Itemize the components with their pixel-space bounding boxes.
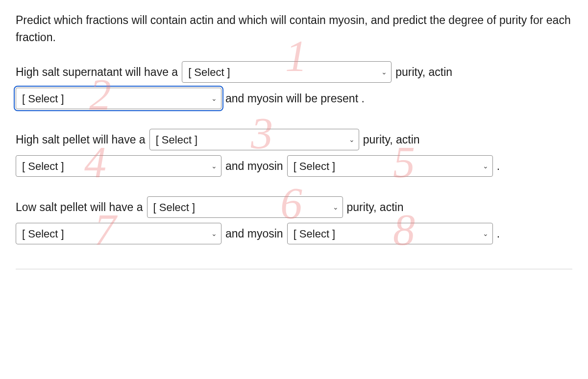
- chevron-down-icon: ⌄: [205, 161, 217, 171]
- question-prompt: Predict which fractions will contain act…: [16, 12, 572, 46]
- select-1[interactable]: [ Select ] ⌄: [182, 61, 392, 83]
- label-hs-super-pre: High salt supernatant will have a: [16, 64, 178, 81]
- row-high-salt-pellet-2: 4 5 [ Select ] ⌄ and myosin [ Select ] ⌄…: [16, 155, 572, 177]
- select-6-value: [ Select ]: [153, 199, 196, 215]
- select-6[interactable]: [ Select ] ⌄: [147, 196, 343, 218]
- label-purity-actin-1: purity, actin: [395, 64, 452, 81]
- label-purity-actin-2: purity, actin: [363, 131, 420, 148]
- select-4-value: [ Select ]: [22, 158, 64, 174]
- select-7-value: [ Select ]: [22, 226, 64, 242]
- label-purity-actin-3: purity, actin: [347, 199, 404, 216]
- chevron-down-icon: ⌄: [477, 229, 489, 239]
- select-1-value: [ Select ]: [188, 64, 230, 80]
- chevron-down-icon: ⌄: [375, 67, 387, 77]
- chevron-down-icon: ⌄: [205, 94, 217, 104]
- select-8-value: [ Select ]: [294, 226, 336, 242]
- divider: [16, 269, 572, 269]
- select-3[interactable]: [ Select ] ⌄: [149, 129, 359, 150]
- row-low-salt-pellet-1: 6 Low salt pellet will have a [ Select ]…: [16, 196, 572, 218]
- chevron-down-icon: ⌄: [343, 135, 355, 145]
- select-5-value: [ Select ]: [294, 158, 336, 174]
- row-low-salt-pellet-2: 7 8 [ Select ] ⌄ and myosin [ Select ] ⌄…: [16, 223, 572, 244]
- chevron-down-icon: ⌄: [327, 202, 339, 213]
- label-and-myosin-1: and myosin: [225, 158, 283, 175]
- select-8[interactable]: [ Select ] ⌄: [287, 223, 493, 244]
- select-2-value: [ Select ]: [22, 91, 64, 107]
- select-2[interactable]: [ Select ] ⌄: [16, 88, 221, 109]
- select-5[interactable]: [ Select ] ⌄: [287, 155, 493, 177]
- label-and-myosin-present: and myosin will be present .: [225, 90, 365, 107]
- label-and-myosin-2: and myosin: [225, 225, 283, 242]
- chevron-down-icon: ⌄: [477, 161, 489, 171]
- label-hs-pellet-pre: High salt pellet will have a: [16, 131, 146, 148]
- label-period-2: .: [497, 225, 500, 242]
- label-ls-pellet-pre: Low salt pellet will have a: [16, 199, 143, 216]
- select-3-value: [ Select ]: [156, 132, 198, 148]
- label-period-1: .: [497, 158, 500, 175]
- select-7[interactable]: [ Select ] ⌄: [16, 223, 221, 244]
- row-high-salt-supernatant-1: 1 High salt supernatant will have a [ Se…: [16, 61, 572, 83]
- row-high-salt-supernatant-2: 2 [ Select ] ⌄ and myosin will be presen…: [16, 88, 572, 109]
- chevron-down-icon: ⌄: [205, 229, 217, 239]
- select-4[interactable]: [ Select ] ⌄: [16, 155, 221, 177]
- row-high-salt-pellet-1: 3 High salt pellet will have a [ Select …: [16, 129, 572, 150]
